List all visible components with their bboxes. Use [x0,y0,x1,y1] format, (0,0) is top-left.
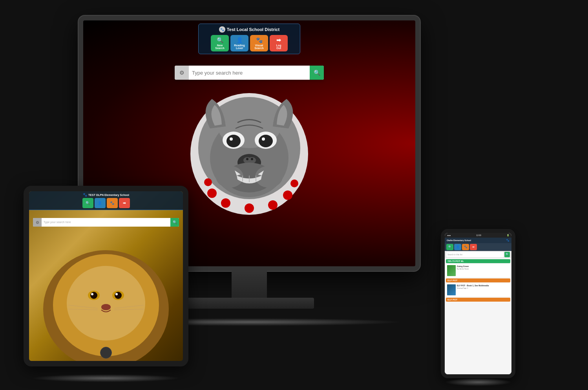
tablet-new-search-button[interactable]: 🔍 [82,198,93,208]
tablet-search-placeholder[interactable]: Type your search here [42,218,170,227]
phone-book-info-1: Going Green By: Author Name [457,265,509,276]
svg-point-37 [91,293,93,295]
tablet-search-bar: ⚙ Type your search here 🔍 [33,218,179,227]
phone-book-title-1: Going Green [457,265,509,267]
tablet-visual-search-button[interactable]: 🐾 [107,198,118,208]
phone-book-subtitle-2: Viewing Page: 1 [457,287,509,289]
phone-time: 12:00 [476,234,481,236]
monitor-topbar: 🐾 Test Local School District 🔍 NewSearch… [198,24,300,54]
phone-book-title-2: ELF POT - Book 1, See Multimedia [457,284,509,287]
phone-result-banner-2: ELF POT [446,278,510,282]
phone-result-card-1[interactable]: Going Green By: Author Name [446,264,510,277]
tablet-district-title: 🐾 TEST DLPN Elementary School [32,193,180,197]
new-search-button[interactable]: 🔍 NewSearch [211,35,229,51]
monitor-stand-base [184,298,314,309]
phone-search-button[interactable]: 🔍 [504,252,510,257]
phone-nav-row: 🔍 👤 🐾 ➡ [445,243,511,251]
tablet-person-icon: 👤 [98,201,102,205]
phone: ●●● 12:00 🔋 Olathe Elementary School 🐾 🔍… [441,229,515,382]
svg-point-32 [67,266,145,341]
person-icon: 👤 [236,37,243,43]
svg-point-27 [283,190,292,200]
svg-point-36 [115,292,122,299]
phone-body: ●●● 12:00 🔋 Olathe Elementary School 🐾 🔍… [441,229,515,378]
phone-district-name: Olathe Elementary School [447,239,471,242]
visual-search-label: VisualSearch [254,44,263,49]
tablet-paw-icon: 🐾 [110,201,114,205]
tablet-screen: 🐾 TEST DLPN Elementary School 🔍 👤 🐾 [29,191,183,361]
phone-result-card-2[interactable]: ELF POT - Book 1, See Multimedia Viewing… [446,283,510,297]
phone-reading-level-button[interactable]: 👤 [454,244,461,250]
visual-search-button[interactable]: 🐾 VisualSearch [250,35,268,51]
phone-new-search-button[interactable]: 🔍 [446,244,453,250]
district-icon: 🐾 [219,26,225,33]
logout-icon: ➡ [276,37,281,43]
phone-book-thumb-1 [447,265,456,276]
phone-shadow [445,378,512,386]
lion-background [29,191,183,361]
svg-point-7 [259,135,273,147]
svg-point-14 [251,158,253,160]
phone-book-thumb-2 [447,284,456,295]
tablet-search-icon: 🔍 [86,201,90,205]
reading-level-button[interactable]: 👤 ReadingLevel [230,35,248,51]
phone-content: 785.73 POT BL Going Green By: Author Nam… [445,258,511,374]
tablet-search-button[interactable]: 🔍 [170,218,179,227]
phone-result-banner-1: 785.73 POT BL [446,259,510,263]
phone-result-banner-3: ELF POT [446,298,510,302]
svg-point-35 [90,292,97,299]
tablet-topbar: 🐾 TEST DLPN Elementary School 🔍 👤 🐾 [29,191,183,210]
svg-point-29 [204,178,212,186]
logout-label: LogOut [276,44,281,49]
svg-point-39 [101,304,111,310]
phone-visual-search-button[interactable]: 🐾 [462,244,469,250]
svg-point-6 [226,135,241,147]
tablet-logout-button[interactable]: ➡ [119,198,130,208]
phone-signal: ●●● [447,234,451,236]
monitor-district-title: 🐾 Test Local School District [203,26,296,33]
phone-book-info-2: ELF POT - Book 1, See Multimedia Viewing… [457,284,509,295]
tablet-home-button[interactable] [100,347,112,359]
logout-button[interactable]: ➡ LogOut [270,35,288,51]
new-search-label: NewSearch [215,44,224,49]
scene: 🐾 Test Local School District 🔍 NewSearch… [0,0,588,390]
svg-point-38 [115,293,118,295]
tablet-nav-buttons: 🔍 👤 🐾 ➡ [32,198,180,208]
svg-point-26 [268,200,278,210]
phone-screen: ●●● 12:00 🔋 Olathe Elementary School 🐾 🔍… [445,233,511,374]
reading-level-label: ReadingLevel [234,44,245,49]
svg-point-9 [262,137,265,141]
bulldog-mascot [179,71,320,221]
paw-icon: 🐾 [256,37,263,43]
tablet-district-name: TEST DLPN Elementary School [88,194,129,196]
tablet-logout-icon: ➡ [123,201,126,205]
tablet-body: 🐾 TEST DLPN Elementary School 🔍 👤 🐾 [24,186,188,366]
svg-point-13 [246,158,248,160]
tablet: 🐾 TEST DLPN Elementary School 🔍 👤 🐾 [24,186,188,378]
phone-search-row: Search in this list 🔍 [445,251,511,258]
tablet-shadow [32,374,180,382]
monitor-district-name: Test Local School District [227,27,279,32]
phone-battery: 🔋 [507,234,509,236]
svg-point-28 [290,179,298,187]
search-icon: 🔍 [217,37,223,43]
tablet-reading-level-button[interactable]: 👤 [95,198,106,208]
phone-logout-button[interactable]: ➡ [470,244,477,250]
monitor-nav-buttons: 🔍 NewSearch 👤 ReadingLevel 🐾 VisualSearc… [203,35,296,51]
phone-book-subtitle-1: By: Author Name [457,268,509,270]
svg-point-23 [207,189,217,198]
svg-point-25 [245,203,254,213]
tablet-gear-icon[interactable]: ⚙ [33,218,42,227]
svg-point-8 [230,137,233,141]
phone-status-bar: ●●● 12:00 🔋 [445,233,511,238]
phone-search-input[interactable]: Search in this list [446,252,504,257]
svg-point-24 [221,198,230,208]
phone-topbar: Olathe Elementary School 🐾 [445,238,511,243]
